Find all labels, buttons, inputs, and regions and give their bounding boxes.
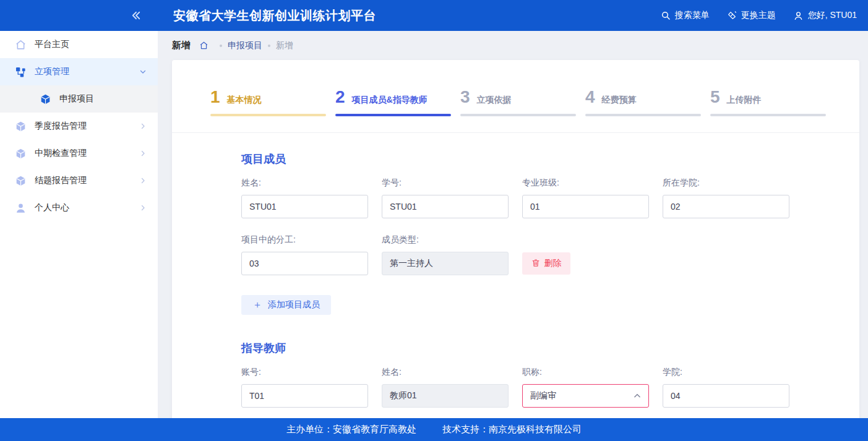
member-role-input[interactable]: [241, 252, 368, 275]
field-label: 账号:: [241, 367, 368, 378]
section-heading-members: 项目成员: [241, 152, 859, 166]
cube-icon: [15, 175, 27, 187]
step-label: 立项依据: [477, 95, 512, 106]
step-progress-bar: [460, 114, 576, 116]
chevron-right-icon: [139, 122, 147, 130]
step-number: 5: [710, 88, 720, 106]
step-1-basic-info[interactable]: 1 基本情况: [210, 88, 326, 116]
footer-sponsor: 主办单位：安徽省教育厅高教处: [286, 424, 416, 435]
step-label: 基本情况: [227, 95, 262, 106]
add-member-button[interactable]: ＋ 添加项目成员: [241, 295, 331, 315]
change-theme-button[interactable]: 更换主题: [727, 10, 776, 21]
footer-support: 技术支持：南京先极科技有限公司: [442, 424, 582, 435]
chevron-up-icon: [633, 392, 642, 400]
cube-icon: [40, 93, 51, 105]
advisor-account-input[interactable]: [241, 384, 368, 408]
step-2-members-advisors[interactable]: 2 项目成员&指导教师: [335, 88, 451, 116]
step-number: 3: [460, 88, 470, 106]
breadcrumb-current: 新增: [276, 40, 293, 51]
field-label: 姓名:: [382, 367, 509, 378]
field-member-name: 姓名:: [241, 178, 368, 218]
member-college-input[interactable]: [663, 195, 789, 218]
member-student-id-input[interactable]: [382, 195, 509, 218]
step-label: 经费预算: [602, 95, 637, 106]
step-progress-bar: [710, 114, 826, 116]
field-label: 专业班级:: [522, 178, 649, 189]
breadcrumb-home-icon[interactable]: [199, 41, 208, 50]
header-actions: 搜索菜单 更换主题 您好, STU01: [661, 10, 868, 21]
delete-member-button[interactable]: 删除: [522, 252, 570, 275]
page-footer: 主办单位：安徽省教育厅高教处 技术支持：南京先极科技有限公司: [0, 418, 868, 441]
user-greeting: 您好, STU01: [808, 10, 857, 21]
search-menu-button[interactable]: 搜索菜单: [661, 10, 710, 21]
trash-icon: [531, 259, 540, 269]
delete-member-label: 删除: [544, 258, 562, 269]
sidebar-item-midterm-check[interactable]: 中期检查管理: [0, 140, 158, 167]
field-advisor-account: 账号:: [241, 367, 368, 408]
cube-icon: [15, 121, 27, 132]
sidebar-item-declare-project[interactable]: 申报项目: [0, 85, 158, 113]
field-member-type: 成员类型:: [382, 234, 509, 275]
member-fields-row-2: 项目中的分工: 成员类型: 删除: [241, 234, 859, 275]
wizard-stepper: 1 基本情况 2 项目成员&指导教师 3 立项依据: [172, 60, 859, 133]
sidebar-item-label: 结题报告管理: [35, 175, 87, 186]
section-heading-advisors: 指导教师: [241, 341, 859, 356]
advisor-title-select[interactable]: 副编审: [522, 384, 649, 408]
sitemap-icon: [15, 66, 27, 78]
field-advisor-college: 学院:: [663, 367, 789, 408]
app-title: 安徽省大学生创新创业训练计划平台: [158, 7, 661, 24]
sidebar-item-label: 申报项目: [59, 93, 94, 105]
breadcrumb: 新增 申报项目 新增: [158, 31, 868, 60]
sidebar-item-label: 立项管理: [35, 66, 69, 77]
advisor-title-value: 副编审: [530, 390, 556, 401]
step-4-budget[interactable]: 4 经费预算: [585, 88, 701, 116]
sidebar-item-home[interactable]: 平台主页: [0, 31, 158, 58]
advisor-college-input[interactable]: [663, 384, 789, 408]
field-member-student-id: 学号:: [382, 178, 509, 218]
chevron-right-icon: [139, 150, 147, 157]
field-member-college: 所在学院:: [663, 178, 789, 218]
member-type-input: [382, 252, 509, 275]
chevron-right-icon: [139, 204, 147, 212]
person-icon: [15, 202, 27, 214]
step-label: 上传附件: [727, 95, 762, 106]
sidebar-item-quarterly-report[interactable]: 季度报告管理: [0, 113, 158, 140]
main-content: 新增 申报项目 新增 1 基本情况 2 项目成员&指导教师: [158, 31, 868, 441]
change-theme-label: 更换主题: [741, 10, 776, 21]
sidebar-item-label: 平台主页: [35, 39, 69, 50]
member-class-input[interactable]: [522, 195, 649, 218]
sidebar-item-label: 季度报告管理: [35, 121, 87, 132]
search-icon: [661, 11, 671, 20]
step-number: 1: [210, 88, 220, 106]
sidebar-item-final-report[interactable]: 结题报告管理: [0, 167, 158, 194]
sidebar-collapse-icon[interactable]: [131, 10, 142, 21]
member-name-input[interactable]: [241, 195, 368, 218]
breadcrumb-link-declare-project[interactable]: 申报项目: [228, 40, 262, 51]
form-card: 1 基本情况 2 项目成员&指导教师 3 立项依据: [172, 60, 859, 441]
step-3-project-basis[interactable]: 3 立项依据: [460, 88, 576, 116]
user-icon: [793, 11, 804, 21]
field-label: 学号:: [382, 178, 509, 189]
theme-brush-icon: [727, 11, 737, 20]
user-menu[interactable]: 您好, STU01: [793, 10, 857, 21]
step-number: 2: [335, 88, 345, 106]
sidebar-header: [0, 10, 158, 21]
add-member-label: 添加项目成员: [268, 299, 320, 310]
app-header: 安徽省大学生创新创业训练计划平台 搜索菜单 更换主题 您好, STU01: [0, 0, 868, 31]
advisor-name-input: [382, 384, 509, 408]
step-progress-bar: [585, 114, 701, 116]
field-label: 姓名:: [241, 178, 368, 189]
step-progress-bar: [335, 114, 451, 116]
breadcrumb-separator: [220, 45, 222, 47]
step-5-attachments[interactable]: 5 上传附件: [710, 88, 826, 116]
search-menu-label: 搜索菜单: [675, 10, 710, 21]
cube-icon: [15, 148, 27, 160]
sidebar-item-project-management[interactable]: 立项管理: [0, 58, 158, 85]
plus-icon: ＋: [252, 300, 262, 310]
step-progress-bar: [210, 114, 326, 116]
sidebar-item-personal-center[interactable]: 个人中心: [0, 194, 158, 221]
field-advisor-title: 职称: 副编审: [522, 367, 649, 408]
chevron-down-icon: [139, 68, 147, 75]
step-label: 项目成员&指导教师: [352, 95, 428, 106]
sidebar-item-label: 中期检查管理: [35, 148, 87, 159]
